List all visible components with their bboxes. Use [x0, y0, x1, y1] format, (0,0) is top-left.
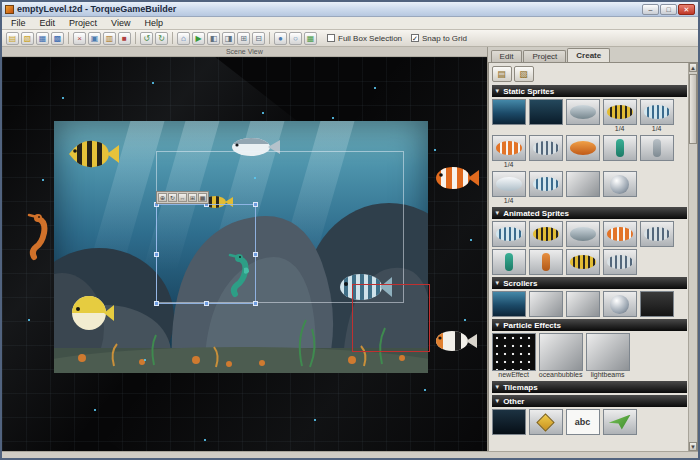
- selection-rect[interactable]: [156, 204, 256, 304]
- thumb-scroller-sphere[interactable]: [603, 291, 637, 317]
- grid-tool-button[interactable]: ▦: [198, 193, 207, 202]
- thumb-other-underwater[interactable]: [492, 409, 526, 435]
- sprite-butterflyfish[interactable]: [68, 291, 114, 333]
- cut-button[interactable]: ×: [73, 32, 86, 45]
- thumb-newEffect[interactable]: [492, 333, 536, 371]
- undo-button[interactable]: ↺: [140, 32, 153, 45]
- align-right-button[interactable]: ◨: [222, 32, 235, 45]
- sprite-white-orange-fish[interactable]: [433, 328, 477, 354]
- section-header-static-sprites[interactable]: ▾Static Sprites: [492, 85, 687, 97]
- selection-handle-ne[interactable]: [253, 202, 258, 207]
- thumb-scroller-grey[interactable]: [529, 291, 563, 317]
- sprite-clownfish[interactable]: [433, 163, 479, 193]
- menu-help[interactable]: Help: [137, 18, 170, 28]
- particle-dot: [144, 359, 146, 361]
- thumb-scroller-gradient[interactable]: [566, 291, 600, 317]
- thumb-scroller-underwater[interactable]: [492, 291, 526, 317]
- menu-file[interactable]: File: [4, 18, 33, 28]
- group-button[interactable]: ⊞: [237, 32, 250, 45]
- sprite-angelfish[interactable]: [64, 136, 119, 172]
- copy-button[interactable]: ▣: [88, 32, 101, 45]
- thumb-anim-orange-seahorse[interactable]: [529, 249, 563, 275]
- scale-tool-button[interactable]: ↔: [178, 193, 187, 202]
- thumb-striped-fish[interactable]: [529, 135, 563, 161]
- thumb-orange-fish[interactable]: [566, 135, 600, 161]
- new-scene-button[interactable]: ▤: [6, 32, 19, 45]
- selection-handle-se[interactable]: [253, 301, 258, 306]
- new-asset-button[interactable]: ▤: [492, 66, 512, 82]
- thumb-anim-yellow-fish[interactable]: [529, 221, 563, 247]
- save-all-button[interactable]: ▩: [51, 32, 64, 45]
- scene-canvas[interactable]: ⊕↻↔⊞▦: [2, 57, 487, 451]
- thumb-grey-sprite[interactable]: [566, 171, 600, 197]
- minimize-button[interactable]: –: [642, 4, 659, 15]
- scroll-down-button[interactable]: ▼: [689, 442, 697, 451]
- thumb-anim-striped-fish[interactable]: [640, 221, 674, 247]
- menu-view[interactable]: View: [104, 18, 137, 28]
- thumb-other-plane[interactable]: [603, 409, 637, 435]
- thumb-underwater-background[interactable]: [492, 99, 526, 125]
- thumb-blue-striped-fish[interactable]: [640, 99, 674, 125]
- play-level-button[interactable]: ▶: [192, 32, 205, 45]
- align-tool-button[interactable]: ⊞: [188, 193, 197, 202]
- scroll-up-button[interactable]: ▲: [689, 63, 697, 72]
- section-header-tilemaps[interactable]: ▾Tilemaps: [492, 381, 687, 393]
- zoom-in-button[interactable]: ●: [274, 32, 287, 45]
- thumb-anim-blue-fish[interactable]: [492, 221, 526, 247]
- home-button[interactable]: ⌂: [177, 32, 190, 45]
- thumb-anim-grey-fish[interactable]: [566, 221, 600, 247]
- section-header-animated-sprites[interactable]: ▾Animated Sprites: [492, 207, 687, 219]
- thumb-rock-background[interactable]: [529, 99, 563, 125]
- thumb-anim-clownfish[interactable]: [603, 221, 637, 247]
- move-tool-button[interactable]: ⊕: [158, 193, 167, 202]
- tab-edit[interactable]: Edit: [491, 50, 523, 62]
- close-button[interactable]: ✕: [678, 4, 695, 15]
- snap-to-grid-checkbox[interactable]: ✓: [411, 34, 419, 42]
- menu-edit[interactable]: Edit: [33, 18, 63, 28]
- paste-button[interactable]: ▥: [103, 32, 116, 45]
- redo-button[interactable]: ↻: [155, 32, 168, 45]
- open-library-button[interactable]: ▧: [514, 66, 534, 82]
- thumb-scroller-dark[interactable]: [640, 291, 674, 317]
- selection-handle-w[interactable]: [154, 252, 159, 257]
- thumb-small-blue-fish[interactable]: [529, 171, 563, 197]
- rotate-tool-button[interactable]: ↻: [168, 193, 177, 202]
- section-header-other[interactable]: ▾Other: [492, 395, 687, 407]
- thumb-other-sign[interactable]: [529, 409, 563, 435]
- delete-button[interactable]: ■: [118, 32, 131, 45]
- thumb-lightbeams[interactable]: [586, 333, 630, 371]
- sidebar-scrollbar[interactable]: ▲ ▼: [688, 63, 697, 451]
- thumb-yellow-striped-fish[interactable]: [603, 99, 637, 125]
- grid-button[interactable]: ▦: [304, 32, 317, 45]
- scroll-thumb[interactable]: [689, 74, 697, 144]
- thumb-other-text[interactable]: abc: [566, 409, 600, 435]
- thumb-anim-teal-seahorse[interactable]: [492, 249, 526, 275]
- selection-handle-s[interactable]: [204, 301, 209, 306]
- thumb-white-fish[interactable]: [492, 171, 526, 197]
- thumb-anim-striped-fish-2[interactable]: [603, 249, 637, 275]
- scroll-track[interactable]: [689, 72, 697, 442]
- save-scene-button[interactable]: ▦: [36, 32, 49, 45]
- section-header-scrollers[interactable]: ▾Scrollers: [492, 277, 687, 289]
- thumb-bubble-sphere[interactable]: [603, 171, 637, 197]
- sprite-seahorse-orange[interactable]: [24, 211, 48, 261]
- zoom-out-button[interactable]: ○: [289, 32, 302, 45]
- open-scene-button[interactable]: ▧: [21, 32, 34, 45]
- titlebar[interactable]: emptyLevel.t2d - TorqueGameBuilder – □ ✕: [2, 2, 698, 17]
- tab-project[interactable]: Project: [523, 50, 566, 62]
- thumb-anim-yellow-fish-2[interactable]: [566, 249, 600, 275]
- ungroup-button[interactable]: ⊟: [252, 32, 265, 45]
- selection-handle-e[interactable]: [253, 252, 258, 257]
- maximize-button[interactable]: □: [660, 4, 677, 15]
- selection-handle-sw[interactable]: [154, 301, 159, 306]
- align-left-button[interactable]: ◧: [207, 32, 220, 45]
- menu-project[interactable]: Project: [62, 18, 104, 28]
- full-box-selection-checkbox[interactable]: [327, 34, 335, 42]
- thumb-teal-seahorse[interactable]: [603, 135, 637, 161]
- thumb-clownfish[interactable]: [492, 135, 526, 161]
- section-header-particle-effects[interactable]: ▾Particle Effects: [492, 319, 687, 331]
- tab-create[interactable]: Create: [567, 48, 610, 62]
- thumb-oceanbubbles[interactable]: [539, 333, 583, 371]
- thumb-grey-fish[interactable]: [566, 99, 600, 125]
- thumb-grey-seahorse[interactable]: [640, 135, 674, 161]
